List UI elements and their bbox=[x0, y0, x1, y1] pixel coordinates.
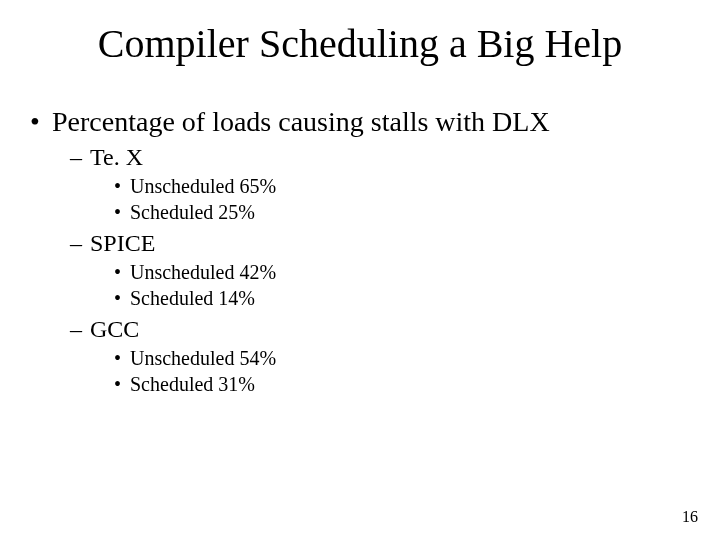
slide: Compiler Scheduling a Big Help Percentag… bbox=[0, 0, 720, 540]
section-heading: SPICE bbox=[70, 230, 690, 257]
section-heading: GCC bbox=[70, 316, 690, 343]
bullet-item: Scheduled 31% bbox=[114, 373, 690, 396]
slide-title: Compiler Scheduling a Big Help bbox=[0, 20, 720, 67]
slide-body: Percentage of loads causing stalls with … bbox=[30, 100, 690, 399]
bullet-main: Percentage of loads causing stalls with … bbox=[30, 106, 690, 138]
section-heading: Te. X bbox=[70, 144, 690, 171]
bullet-item: Unscheduled 65% bbox=[114, 175, 690, 198]
bullet-item: Unscheduled 42% bbox=[114, 261, 690, 284]
bullet-item: Scheduled 14% bbox=[114, 287, 690, 310]
page-number: 16 bbox=[682, 508, 698, 526]
bullet-item: Unscheduled 54% bbox=[114, 347, 690, 370]
bullet-item: Scheduled 25% bbox=[114, 201, 690, 224]
